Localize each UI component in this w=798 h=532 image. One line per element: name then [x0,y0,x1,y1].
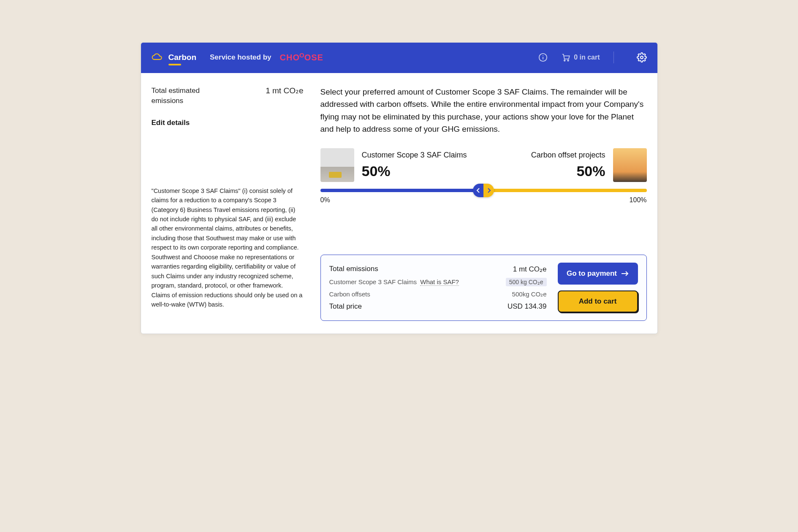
what-is-saf-link[interactable]: What is SAF? [420,278,459,286]
emissions-label: Total estimated emissions [152,86,228,106]
summary-offsets-row: Carbon offsets 500kg CO₂e [329,288,547,300]
summary-saf-row: Customer Scope 3 SAF Claims What is SAF?… [329,276,547,288]
left-column: Total estimated emissions 1 mt CO₂e Edit… [152,86,304,321]
summary-box: Total emissions 1 mt CO₂e Customer Scope… [320,255,647,321]
saf-value-pill: 500 kg CO₂e [506,278,547,286]
summary-total-emissions: Total emissions 1 mt CO₂e [329,263,547,276]
summary-price-row: Total price USD 134.39 [329,300,547,313]
header: Carbon Service hosted by CHOOOSE 0 in ca… [141,43,657,72]
edit-details-link[interactable]: Edit details [152,119,304,127]
chevron-left-icon [473,184,483,197]
emissions-row: Total estimated emissions 1 mt CO₂e [152,86,304,106]
chevron-right-icon [483,184,494,197]
cloud-icon [152,53,163,62]
offset-col: Carbon offset projects 50% [531,151,605,179]
svg-point-4 [567,60,569,61]
fineprint-text: "Customer Scope 3 SAF Claims" (i) consis… [152,186,304,309]
svg-point-3 [564,60,565,61]
hosted-by-label: Service hosted by [210,53,271,62]
slider-min-label: 0% [320,196,330,204]
svg-point-5 [641,56,643,59]
slider-labels: 0% 100% [320,196,647,204]
saf-col: Customer Scope 3 SAF Claims 50% [362,151,467,179]
offset-title: Carbon offset projects [531,151,605,160]
add-to-cart-button[interactable]: Add to cart [558,290,638,312]
slider-track-right [483,189,647,192]
svg-point-2 [543,55,543,56]
allocation-slider[interactable]: 0% 100% [320,189,647,204]
settings-icon[interactable] [637,52,647,62]
brand-title: Carbon [168,53,197,62]
offset-thumbnail [613,148,647,182]
allocation-display: Customer Scope 3 SAF Claims 50% Carbon o… [320,148,647,182]
info-icon[interactable] [538,53,548,62]
right-column: Select your preferred amount of Customer… [320,86,647,321]
summary-table: Total emissions 1 mt CO₂e Customer Scope… [329,263,547,313]
emissions-value: 1 mt CO₂e [266,86,303,95]
cart-icon [561,53,570,62]
slider-max-label: 100% [630,196,647,204]
summary-buttons: Go to payment Add to cart [558,263,638,313]
saf-thumbnail [320,148,354,182]
header-divider [613,52,614,63]
slider-handle[interactable] [473,184,494,197]
saf-title: Customer Scope 3 SAF Claims [362,151,467,160]
go-to-payment-button[interactable]: Go to payment [558,263,638,285]
slider-track[interactable] [320,189,647,192]
body: Total estimated emissions 1 mt CO₂e Edit… [141,72,657,334]
offset-percent: 50% [576,163,605,179]
carbon-widget: Carbon Service hosted by CHOOOSE 0 in ca… [141,42,658,334]
saf-percent: 50% [362,163,467,179]
cart-button[interactable]: 0 in cart [561,53,600,62]
partner-logo: CHOOOSE [280,53,323,62]
cart-count-text: 0 in cart [574,54,600,61]
arrow-right-icon [621,271,629,277]
slider-track-left [320,189,484,192]
intro-text: Select your preferred amount of Customer… [320,86,647,136]
